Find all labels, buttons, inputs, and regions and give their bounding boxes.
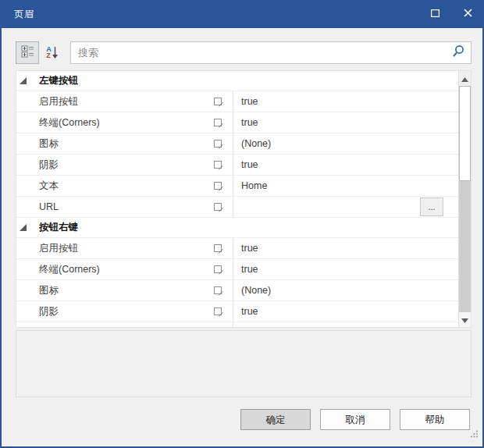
property-source-icon[interactable] [213, 97, 223, 107]
property-name: 启用按钮 [16, 95, 213, 108]
property-name: 阴影 [16, 305, 213, 318]
property-name: 启用按钮 [16, 242, 213, 255]
property-source-icon[interactable] [213, 202, 223, 212]
property-source-icon[interactable] [213, 286, 223, 296]
property-row[interactable]: 阴影true [16, 155, 459, 176]
property-row[interactable]: 终端(Corners)true [16, 112, 459, 133]
property-name: 图标 [16, 284, 213, 297]
property-name: URL [16, 201, 213, 212]
expanded-triangle-icon[interactable] [20, 77, 27, 84]
property-grid-toolbar: AZ [16, 41, 472, 64]
maximize-icon [431, 9, 440, 20]
scroll-down-button[interactable] [459, 312, 471, 327]
property-value[interactable]: (None) [233, 133, 459, 154]
title-bar: 页眉 [0, 0, 484, 28]
close-button[interactable] [451, 0, 484, 28]
property-row[interactable]: 终端(Corners)true [16, 259, 459, 280]
property-source-icon[interactable] [213, 244, 223, 254]
property-value[interactable]: true [233, 91, 459, 112]
search-box [70, 41, 472, 64]
magnifier-icon[interactable] [452, 44, 465, 60]
property-source-icon[interactable] [213, 328, 223, 329]
property-row[interactable]: 阴影true [16, 301, 459, 322]
property-name: 文本 [16, 180, 213, 193]
search-input[interactable] [77, 46, 452, 59]
ok-button[interactable]: 确定 [240, 409, 311, 430]
description-panel [16, 330, 472, 397]
property-grid-rows: 左键按钮启用按钮true终端(Corners)true图标(None)阴影tru… [16, 71, 459, 328]
close-icon [464, 9, 472, 20]
cancel-button[interactable]: 取消 [320, 409, 390, 430]
property-source-icon[interactable] [213, 139, 223, 149]
arrow-down-icon [461, 315, 468, 325]
resize-grip-icon[interactable] [470, 430, 479, 441]
property-row[interactable]: 启用按钮true [16, 91, 459, 112]
property-value[interactable]: true [233, 112, 459, 133]
property-row[interactable]: 图标(None) [16, 280, 459, 301]
scroll-up-button[interactable] [459, 71, 471, 86]
dialog-title: 页眉 [14, 8, 34, 21]
property-grid: 左键按钮启用按钮true终端(Corners)true图标(None)阴影tru… [16, 70, 472, 328]
window-controls [418, 0, 484, 28]
expanded-triangle-icon[interactable] [20, 224, 27, 231]
ellipsis-button[interactable]: ... [420, 197, 443, 216]
property-row[interactable]: 启用按钮true [16, 238, 459, 259]
category-row[interactable]: 左键按钮 [16, 71, 459, 91]
property-row[interactable]: URL... [16, 197, 459, 218]
property-name: 图标 [16, 137, 213, 151]
vertical-scrollbar[interactable] [458, 71, 471, 327]
property-source-icon[interactable] [213, 118, 223, 128]
category-label: 按钮右键 [39, 221, 78, 234]
property-source-icon[interactable] [213, 307, 223, 317]
property-value[interactable]: Home [233, 176, 459, 196]
property-source-icon[interactable] [213, 181, 223, 191]
sort-alphabetical-button[interactable]: AZ [41, 41, 64, 64]
categorized-view-icon [21, 45, 34, 60]
property-value[interactable]: true [233, 301, 459, 322]
maximize-button[interactable] [418, 0, 451, 28]
page-header-dialog: 页眉 [0, 0, 484, 448]
property-value[interactable]: Contact [233, 322, 459, 328]
categorized-view-button[interactable] [16, 41, 39, 64]
scrollbar-thumb[interactable] [459, 86, 471, 181]
property-value[interactable]: true [233, 155, 459, 175]
property-value[interactable]: true [233, 259, 459, 279]
property-name: 阴影 [16, 158, 213, 172]
property-value[interactable]: true [233, 238, 459, 258]
property-row[interactable]: 文本Contact [16, 322, 459, 328]
property-name: 终端(Corners) [16, 263, 213, 276]
help-button[interactable]: 帮助 [400, 409, 470, 430]
property-name: 终端(Corners) [16, 116, 213, 130]
property-row[interactable]: 图标(None) [16, 133, 459, 155]
property-name: 文本 [16, 326, 213, 329]
category-row[interactable]: 按钮右键 [16, 218, 459, 238]
property-row[interactable]: 文本Home [16, 176, 459, 197]
property-source-icon[interactable] [213, 160, 223, 170]
property-value[interactable]: (None) [233, 280, 459, 300]
sort-alphabetical-icon: AZ [46, 46, 59, 59]
category-label: 左键按钮 [39, 74, 78, 87]
property-source-icon[interactable] [213, 265, 223, 275]
arrow-up-icon [461, 73, 468, 84]
